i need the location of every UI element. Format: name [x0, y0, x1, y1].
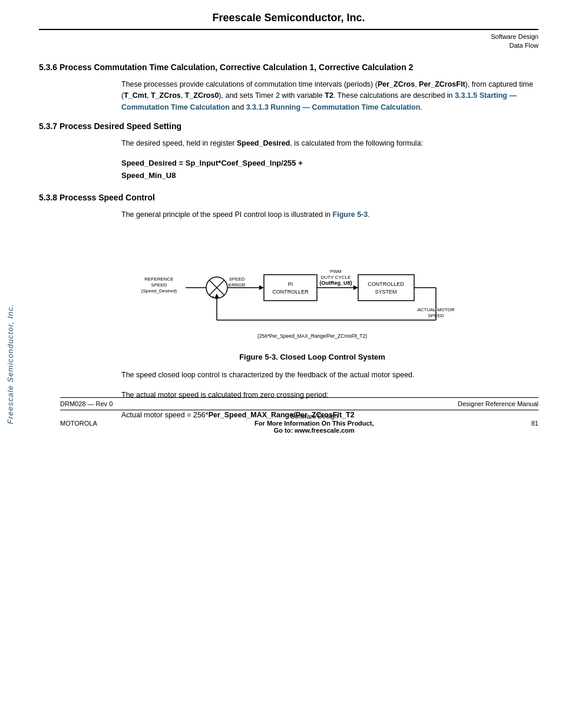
page-footer: DRM028 — Rev 0 Designer Reference Manual… [42, 397, 562, 439]
bottom-formula: (256*Per_Speed_MAX_Range/Per_ZCrosFlt_T2… [257, 333, 367, 339]
actual-label2: SPEED [428, 313, 444, 318]
pi-label1: PI [288, 281, 293, 287]
svg-marker-7 [259, 285, 264, 290]
footer-top: DRM028 — Rev 0 Designer Reference Manual [60, 397, 538, 407]
figure-5-3-link[interactable]: Figure 5-3 [333, 210, 368, 219]
outreg-label: (OutReg_U8) [319, 280, 352, 286]
section-536-body: These processes provide calculations of … [121, 79, 538, 113]
svg-text:-: - [212, 293, 214, 299]
footer-right: Designer Reference Manual [458, 400, 538, 407]
section-538-heading: 5.3.8 Processs Speed Control [39, 193, 538, 202]
top-right-label: Software Design Data Flow [39, 32, 538, 51]
section-538-body1: The general principle of the speed PI co… [121, 209, 538, 220]
footer-center-line3: Go to: www.freescale.com [254, 427, 373, 434]
section-537-body: The desired speed, held in register Spee… [121, 138, 538, 149]
footer-center-line1: Software Design [254, 413, 373, 420]
link-331-3[interactable]: 3.3.1.3 Running — Commutation Time Calcu… [246, 103, 421, 111]
footer-bottom: MOTOROLA Software Design For More Inform… [60, 410, 538, 439]
section-536-heading: 5.3.6 Process Commutation Time Calculati… [39, 62, 538, 72]
figure-caption: Figure 5-3. Closed Loop Control System [98, 353, 527, 361]
pi-label2: CONTROLLER [272, 289, 309, 295]
watermark: Freescale Semiconductor, Inc. [0, 0, 21, 728]
controlled-label1: CONTROLLED [368, 281, 404, 287]
speed-error-label1: SPEED [229, 276, 244, 282]
pwm-label1: PWM [330, 269, 342, 274]
page-title: Freescale Semiconductor, Inc. [39, 12, 538, 24]
svg-rect-11 [358, 275, 414, 301]
speed-error-label2: ERROR [229, 282, 246, 288]
formula-537: Speed_Desired = Sp_Input*Coef_Speed_Inp/… [121, 157, 538, 182]
section-537-heading: 5.3.7 Process Desired Speed Setting [39, 121, 538, 131]
footer-center-line2: For More Information On This Product, [254, 420, 373, 427]
ref-speed-label1: REFERENCE [144, 276, 173, 282]
diagram-wrapper: REFERENCE SPEED (Speed_Desired) - SPEED [98, 229, 527, 347]
footer-left: DRM028 — Rev 0 [60, 400, 113, 407]
footer-center: Software Design For More Information On … [254, 413, 373, 434]
page-header: Freescale Semiconductor, Inc. [39, 12, 538, 30]
watermark-text: Freescale Semiconductor, Inc. [6, 304, 15, 424]
footer-page-number: 81 [531, 420, 538, 427]
pwm-label2: DUTY CYCLE [321, 275, 351, 280]
controlled-label2: SYSTEM [375, 289, 396, 295]
actual-label1: ACTUAL MOTOR [417, 307, 454, 312]
ref-speed-label2: SPEED [151, 282, 167, 288]
svg-marker-10 [353, 285, 358, 290]
ref-speed-label3: (Speed_Desired) [141, 288, 177, 294]
footer-motorola: MOTOROLA [60, 420, 97, 427]
control-loop-diagram: REFERENCE SPEED (Speed_Desired) - SPEED [141, 229, 483, 347]
section-538-body3: The speed closed loop control is charact… [121, 370, 538, 381]
svg-rect-8 [264, 275, 317, 301]
figure-container: REFERENCE SPEED (Speed_Desired) - SPEED [98, 229, 527, 361]
